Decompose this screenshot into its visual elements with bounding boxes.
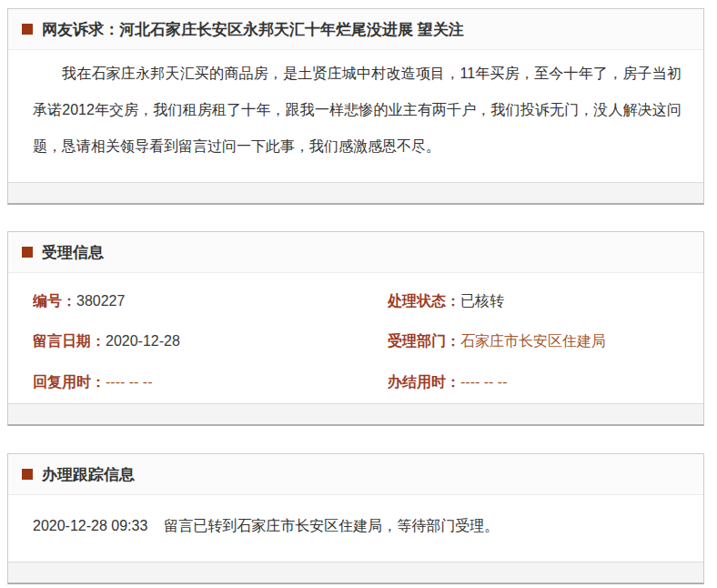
field-reply-duration: 回复用时：---- -- -- [33,363,388,401]
field-department: 受理部门：石家庄市长安区住建局 [388,322,703,360]
request-panel-body: 我在石家庄永邦天汇买的商品房，是土贤庄城中村改造项目，11年买房，至今十年了，房… [8,50,703,182]
section-bullet-icon [22,247,33,258]
field-number-label: 编号： [33,293,76,309]
request-panel: 网友诉求：河北石家庄长安区永邦天汇十年烂尾没进展 望关注 我在石家庄永邦天汇买的… [7,8,704,205]
acceptance-fields: 编号：380227 处理状态：已核转 留言日期：2020-12-28 受理部门：… [8,273,703,403]
tracking-panel-footer [8,562,703,583]
field-number-value: 380227 [76,293,125,309]
tracking-entry-text: 留言已转到石家庄市长安区住建局，等待部门受理。 [164,518,499,533]
field-message-date-value: 2020-12-28 [106,333,180,349]
section-bullet-icon [22,469,33,480]
tracking-panel-header: 办理跟踪信息 [8,454,703,495]
field-message-date: 留言日期：2020-12-28 [33,322,388,360]
acceptance-panel: 受理信息 编号：380227 处理状态：已核转 留言日期：2020-12-28 … [7,231,704,426]
section-bullet-icon [22,24,33,35]
field-status-label: 处理状态： [388,293,460,309]
tracking-panel: 办理跟踪信息 2020-12-28 09:33留言已转到石家庄市长安区住建局，等… [7,453,704,584]
field-department-value: 石家庄市长安区住建局 [460,333,606,349]
field-completion-duration: 办结用时：---- -- -- [388,363,703,401]
field-message-date-label: 留言日期： [33,333,106,349]
complaint-text: 我在石家庄永邦天汇买的商品房，是土贤庄城中村改造项目，11年买房，至今十年了，房… [33,56,682,165]
field-completion-duration-label: 办结用时： [388,374,460,390]
request-panel-footer [8,182,703,203]
message-detail-page: 网友诉求：河北石家庄长安区永邦天汇十年烂尾没进展 望关注 我在石家庄永邦天汇买的… [0,0,717,588]
tracking-panel-title: 办理跟踪信息 [42,466,135,483]
acceptance-panel-header: 受理信息 [8,232,703,273]
field-status-value: 已核转 [460,293,504,309]
field-number: 编号：380227 [33,282,388,320]
acceptance-panel-footer [8,403,703,424]
tracking-entry-time: 2020-12-28 09:33 [33,518,147,533]
field-status: 处理状态：已核转 [388,282,703,320]
tracking-entry: 2020-12-28 09:33留言已转到石家庄市长安区住建局，等待部门受理。 [8,495,703,562]
request-panel-title: 网友诉求：河北石家庄长安区永邦天汇十年烂尾没进展 望关注 [42,21,464,38]
field-reply-duration-label: 回复用时： [33,374,106,390]
request-panel-header: 网友诉求：河北石家庄长安区永邦天汇十年烂尾没进展 望关注 [8,9,703,50]
acceptance-panel-title: 受理信息 [42,244,104,261]
field-completion-duration-value: ---- -- -- [460,374,508,390]
field-department-label: 受理部门： [388,333,460,349]
field-reply-duration-value: ---- -- -- [106,374,153,390]
